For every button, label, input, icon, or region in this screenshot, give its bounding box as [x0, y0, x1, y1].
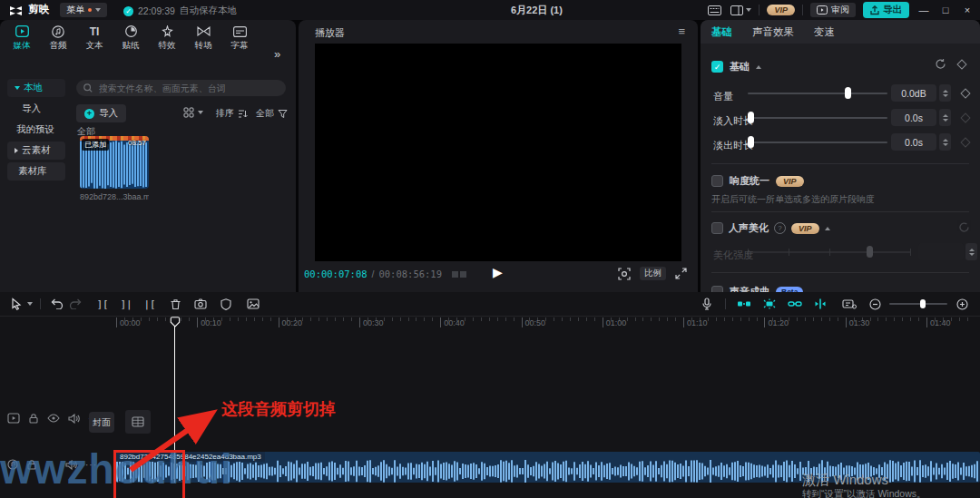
nav-import[interactable]: 导入 [7, 100, 65, 118]
filter-button[interactable]: 全部 [256, 107, 288, 120]
fade-in-stepper[interactable] [939, 109, 951, 126]
delete-button[interactable] [166, 295, 184, 313]
linkage-toggle[interactable] [786, 298, 804, 311]
import-button[interactable]: + 导入 [76, 104, 126, 122]
quality-toggle-icon[interactable] [452, 271, 466, 278]
delete-right-button[interactable]: |[ [141, 295, 159, 313]
timeline-ruler[interactable]: 00:0000:1000:2000:3000:4000:5001:0001:10… [0, 316, 980, 331]
minimize-button[interactable]: — [916, 3, 931, 17]
shortcut-keyboard-icon[interactable] [705, 1, 723, 19]
redo-button[interactable] [66, 295, 84, 313]
keyframe-diamond-icon[interactable] [960, 88, 970, 98]
playhead-handle[interactable] [168, 317, 182, 331]
fullscreen-icon[interactable] [675, 268, 687, 279]
basic-checkbox[interactable]: ✓ [711, 61, 723, 73]
auto-snap-toggle[interactable] [760, 298, 779, 311]
fade-in-value[interactable]: 0.0s [891, 109, 936, 126]
sort-button[interactable]: 排序 [216, 107, 248, 120]
ratio-button[interactable]: 比例 [640, 267, 666, 280]
reset-icon[interactable] [958, 221, 970, 233]
view-mode-button[interactable] [183, 107, 203, 118]
search-input[interactable] [97, 83, 279, 94]
tab-speed[interactable]: 变速 [814, 25, 835, 39]
export-button[interactable]: 导出 [863, 2, 909, 18]
fade-out-value[interactable]: 0.0s [891, 133, 936, 151]
tab-captions[interactable]: 字幕 [221, 24, 258, 52]
loudness-checkbox[interactable] [711, 175, 723, 187]
play-button[interactable]: ▶ [493, 265, 503, 279]
tab-transitions[interactable]: 转场 [185, 24, 221, 52]
snap-toggle[interactable] [735, 298, 753, 311]
cover-button[interactable]: 封面 [89, 412, 114, 433]
expand-tabs-button[interactable]: » [274, 47, 280, 61]
track-visibility-icon[interactable] [7, 413, 20, 424]
tab-effects[interactable]: 特效 [149, 24, 185, 52]
vip-badge[interactable]: VIP [767, 5, 795, 15]
volume-stepper[interactable] [939, 84, 951, 102]
fade-in-slider-handle[interactable] [748, 112, 754, 123]
fade-out-slider-handle[interactable] [748, 136, 754, 148]
fade-in-slider[interactable] [748, 110, 887, 125]
cover-image-button[interactable] [244, 295, 262, 313]
select-tool-button[interactable] [7, 295, 25, 313]
chevron-down-icon[interactable] [27, 302, 33, 306]
preview-axis-toggle[interactable] [811, 298, 829, 311]
nav-library[interactable]: 素材库 [7, 162, 65, 181]
zoom-out-button[interactable] [866, 295, 884, 313]
voice-strength-handle[interactable] [867, 246, 873, 258]
help-icon[interactable]: ? [774, 222, 786, 234]
sort-label: 排序 [216, 107, 234, 120]
keyframe-diamond-icon[interactable] [960, 137, 970, 147]
player-panel: 播放器 ≡ 00:00:07:08 / 00:08:56:19 ▶ 比例 [299, 20, 698, 292]
tab-sound-effects[interactable]: 声音效果 [752, 25, 794, 39]
eye-icon[interactable] [47, 414, 60, 423]
record-voiceover-button[interactable] [698, 295, 716, 313]
timeline-settings-button[interactable] [840, 295, 858, 313]
close-button[interactable]: × [960, 3, 975, 17]
collapse-icon[interactable] [756, 65, 761, 69]
preview-focus-icon[interactable] [618, 268, 631, 280]
fade-out-slider[interactable] [748, 134, 887, 150]
delete-left-button[interactable]: ]| [117, 295, 135, 313]
nav-local[interactable]: 本地 [7, 79, 65, 97]
keyframe-diamond-icon[interactable] [956, 59, 966, 69]
timeline-zoom-slider[interactable] [889, 298, 947, 310]
video-viewport[interactable] [315, 44, 681, 261]
nav-presets[interactable]: 我的预设 [7, 121, 65, 139]
tab-text[interactable]: TI 文本 [76, 24, 113, 52]
volume-slider[interactable] [748, 85, 887, 101]
media-item[interactable]: 已添加 08:57 892bd728...3baa.mp3 [80, 136, 149, 201]
tab-audio[interactable]: 音频 [40, 24, 76, 52]
zoom-in-button[interactable] [953, 295, 971, 313]
tab-sticker[interactable]: 贴纸 [113, 24, 149, 52]
tab-label: 媒体 [14, 40, 31, 52]
undo-button[interactable] [48, 295, 66, 313]
collapse-icon[interactable] [825, 227, 830, 230]
media-item-thumbnail[interactable]: 已添加 08:57 [80, 136, 149, 189]
lock-icon[interactable] [28, 413, 39, 424]
search-box[interactable] [76, 80, 286, 96]
split-button[interactable]: ][ [93, 295, 112, 313]
voice-strength-slider[interactable] [748, 244, 911, 259]
menu-button[interactable]: 菜单 [60, 3, 107, 17]
mute-shield-button[interactable] [217, 295, 235, 313]
nav-cloud[interactable]: 云素材 [7, 142, 65, 160]
maximize-button[interactable]: □ [938, 3, 953, 17]
fade-out-stepper[interactable] [939, 133, 951, 151]
zoom-slider-handle[interactable] [920, 299, 926, 308]
tab-basic[interactable]: 基础 [711, 25, 732, 39]
voice-strength-value[interactable] [918, 243, 964, 260]
volume-value[interactable]: 0.0dB [891, 84, 936, 102]
speaker-icon[interactable] [68, 414, 80, 424]
song-gen-checkbox[interactable] [711, 286, 723, 292]
volume-slider-handle[interactable] [845, 87, 851, 99]
keyframe-diamond-icon[interactable] [960, 112, 970, 122]
voice-strength-stepper[interactable] [965, 243, 977, 260]
review-button[interactable]: 审阅 [810, 3, 856, 17]
layout-switch-button[interactable] [730, 1, 751, 19]
player-menu-icon[interactable]: ≡ [678, 24, 685, 38]
reset-icon[interactable] [935, 58, 946, 70]
voice-beautify-checkbox[interactable] [711, 222, 723, 234]
freeze-frame-button[interactable] [191, 295, 210, 313]
tab-media[interactable]: 媒体 [4, 24, 40, 52]
